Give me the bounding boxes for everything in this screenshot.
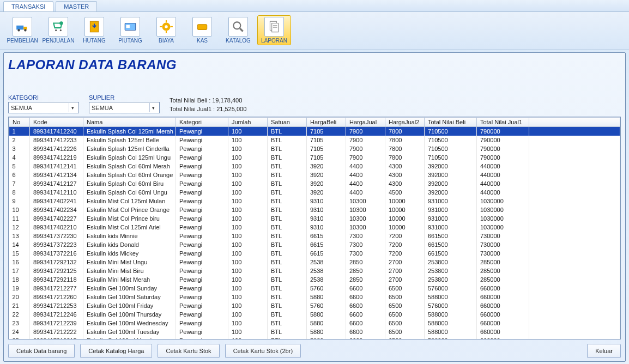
col-hargajual[interactable]: HargaJual (346, 118, 385, 127)
cell-hj: 7900 (346, 127, 385, 136)
table-header-row: No Kode Nama Kategori Jumlah Satuan Harg… (9, 118, 620, 127)
cell-satuan: BTL (268, 336, 307, 339)
col-totalnilajual[interactable]: Total Nilai Jual1 (477, 118, 529, 127)
cetak-katalog-button[interactable]: Cetak Katalog Harga (80, 344, 152, 358)
tab-transaksi[interactable]: TRANSAKSI (3, 1, 53, 11)
cetak-kartu2-button[interactable]: Cetak Kartu Stok (2br) (225, 344, 301, 358)
cell-tnj: 660000 (477, 336, 529, 339)
ribbon-label: HUTANG (83, 38, 105, 44)
cell-tnb: 661500 (425, 249, 477, 258)
cell-jumlah: 100 (228, 144, 268, 153)
cell-hj2: 6500 (385, 310, 425, 319)
cell-jumlah: 100 (228, 127, 268, 136)
col-hargabeli[interactable]: HargaBeli (307, 118, 346, 127)
cell-tnb: 576000 (425, 284, 477, 293)
suplier-value: SEMUA (92, 105, 113, 111)
cell-kode: 8993417212246 (30, 310, 83, 319)
cell-hj2: 6500 (385, 284, 425, 293)
col-nama[interactable]: Nama (83, 118, 176, 127)
ribbon-laporan[interactable]: LAPORAN (257, 15, 291, 45)
table-row[interactable]: 208993417212260Eskulin Gel 100ml Saturda… (9, 293, 620, 301)
ribbon-biaya[interactable]: BIAYA (149, 15, 183, 45)
cetak-data-button[interactable]: Cetak Data barang (8, 344, 75, 358)
suplier-select[interactable]: SEMUA ▾ (89, 102, 160, 113)
cell-nama: Eskulin Gel 100ml Tuesday (83, 327, 176, 336)
ribbon-piutang[interactable]: PIUTANG (113, 15, 147, 45)
cell-no: 22 (9, 310, 30, 319)
table-row[interactable]: 218993417212253Eskulin Gel 100ml FridayP… (9, 301, 620, 310)
table-row[interactable]: 198993417212277Eskulin Gel 100ml SundayP… (9, 284, 620, 293)
cetak-kartu-button[interactable]: Cetak Kartu Stok (158, 344, 219, 358)
cell-nama: Eskulin Splash 125ml Belle (83, 136, 176, 144)
cell-jumlah: 100 (228, 310, 268, 319)
cell-tnj: 285000 (477, 258, 529, 266)
cell-tnb: 392000 (425, 188, 477, 197)
cell-satuan: BTL (268, 284, 307, 293)
table-row[interactable]: 258993417212215Eskulin Gel 100ml MondayP… (9, 336, 620, 339)
table-row[interactable]: 148993417372223Eskulin kids DonaldPewang… (9, 240, 620, 249)
cell-no: 24 (9, 327, 30, 336)
svg-point-11 (165, 25, 167, 28)
cell-nama: Eskulin kids Minnie (83, 232, 176, 240)
cell-empty (529, 336, 620, 339)
table-row[interactable]: 138993417372230Eskulin kids MinniePewang… (9, 232, 620, 240)
cell-tnb: 588000 (425, 310, 477, 319)
cell-hb: 9310 (307, 223, 346, 232)
cell-kategori: Pewangi (176, 275, 228, 284)
cell-empty (529, 327, 620, 336)
page-title: LAPORAN DATA BARANG (8, 57, 621, 72)
ribbon-kas[interactable]: KAS (185, 15, 219, 45)
table-row[interactable]: 238993417212239Eskulin Gel 100ml Wednesd… (9, 319, 620, 327)
col-jumlah[interactable]: Jumlah (228, 118, 268, 127)
table-row[interactable]: 18993417412240Eskulin Splash Col 125ml M… (9, 127, 620, 136)
table-row[interactable]: 28993417412233Eskulin Splash 125ml Belle… (9, 136, 620, 144)
table-scroll[interactable]: No Kode Nama Kategori Jumlah Satuan Harg… (9, 117, 620, 339)
col-totalnilaibeli[interactable]: Total Nilai Beli (425, 118, 477, 127)
table-row[interactable]: 58993417412141Eskulin Splash Col 60ml Me… (9, 162, 620, 171)
ribbon-katalog[interactable]: KATALOG (221, 15, 255, 45)
cell-hj2: 2700 (385, 266, 425, 275)
col-hargajual2[interactable]: HargaJual2 (385, 118, 425, 127)
cell-empty (529, 127, 620, 136)
cell-hj: 4400 (346, 188, 385, 197)
cell-tnj: 790000 (477, 144, 529, 153)
cell-hb: 5760 (307, 301, 346, 310)
cell-tnj: 730000 (477, 240, 529, 249)
table-row[interactable]: 188993417292118Eskulin Mini Mist MerahPe… (9, 275, 620, 284)
col-no[interactable]: No (9, 118, 30, 127)
ribbon-hutang[interactable]: HUTANG (77, 15, 111, 45)
ribbon-label: PENJUALAN (43, 38, 75, 44)
tab-master[interactable]: MASTER (56, 1, 97, 11)
col-satuan[interactable]: Satuan (268, 118, 307, 127)
table-row[interactable]: 88993417412110Eskulin Splash Col 60ml Un… (9, 188, 620, 197)
table-row[interactable]: 228993417212246Eskulin Gel 100ml Thursda… (9, 310, 620, 319)
cell-hb: 9310 (307, 205, 346, 214)
svg-line-18 (240, 28, 243, 31)
cell-hb: 2538 (307, 275, 346, 284)
keluar-button[interactable]: Keluar (587, 344, 621, 358)
col-kategori[interactable]: Kategori (176, 118, 228, 127)
table-row[interactable]: 38993417412226Eskulin Splash 125ml Cinde… (9, 144, 620, 153)
cell-no: 13 (9, 232, 30, 240)
table-row[interactable]: 248993417212222Eskulin Gel 100ml Tuesday… (9, 327, 620, 336)
col-kode[interactable]: Kode (30, 118, 83, 127)
table-row[interactable]: 168993417292132Eskulin Mini Mist UnguPew… (9, 258, 620, 266)
table-row[interactable]: 48993417412219Eskulin Splash Col 125ml U… (9, 153, 620, 162)
table-row[interactable]: 78993417412127Eskulin Splash Col 60ml Bi… (9, 179, 620, 188)
cell-satuan: BTL (268, 232, 307, 240)
table-row[interactable]: 118993417402227Eskulin Mist Col Prince b… (9, 214, 620, 223)
table-row[interactable]: 98993417402241Eskulin Mist Col 125ml Mul… (9, 197, 620, 205)
ribbon-penjualan[interactable]: PENJUALAN (41, 15, 75, 45)
table-row[interactable]: 68993417412134Eskulin Splash Col 60ml Or… (9, 171, 620, 179)
ribbon-pembelian[interactable]: PEMBELIAN (5, 15, 39, 45)
table-row[interactable]: 128993417402210Eskulin Mist Col 125ml Ar… (9, 223, 620, 232)
cell-hb: 7105 (307, 127, 346, 136)
ribbon-label: PIUTANG (118, 38, 142, 44)
table-row[interactable]: 158993417372216Eskulin kids MickeyPewang… (9, 249, 620, 258)
cell-kategori: Pewangi (176, 223, 228, 232)
kategori-select[interactable]: SEMUA ▾ (8, 102, 79, 113)
cell-hj2: 4300 (385, 162, 425, 171)
table-row[interactable]: 178993417292125Eskulin Mini Mist BiruPew… (9, 266, 620, 275)
table-row[interactable]: 108993417402234Eskulin Mist Col Prince O… (9, 205, 620, 214)
cell-kategori: Pewangi (176, 249, 228, 258)
